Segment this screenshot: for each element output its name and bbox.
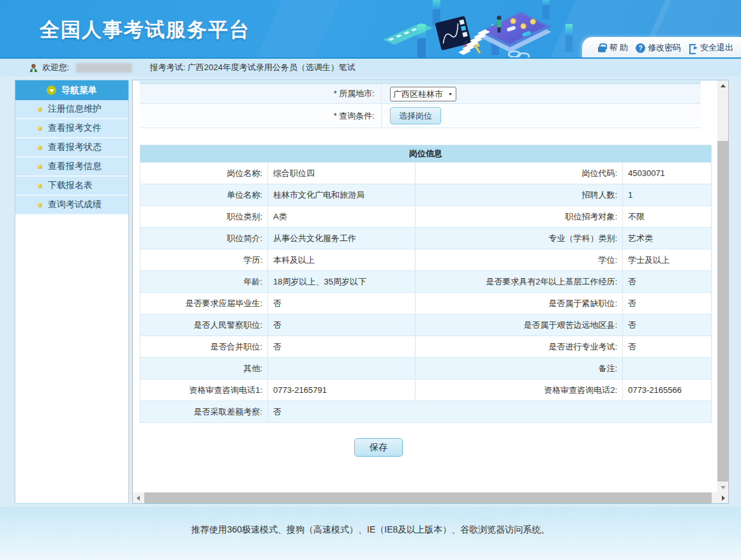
user-icon [29,63,38,73]
field-label: 学历: [140,249,268,271]
sidebar-item[interactable]: 注册信息维护 [15,100,128,119]
table-row: 单位名称:桂林市文化广电和旅游局招聘人数:1 [140,184,712,206]
field-value: 艺术类 [623,228,712,249]
redacted-username [76,63,132,73]
save-button[interactable]: 保存 [354,438,403,457]
chevron-down-circle-icon [47,85,56,95]
sidebar-item-label: 注册信息维护 [48,103,101,115]
main-content: * 所属地市: 广西区桂林市 * 查询条件: 选择岗位 [132,80,729,504]
welcome-greeting: 欢迎您: [42,62,70,73]
sidebar-title: 导航菜单 [61,85,97,96]
field-value: 否 [623,314,712,336]
logout-label: 安全退出 [700,42,733,54]
browser-recommendation-text: 推荐使用360极速模式、搜狗（高速模式）、IE（IE8及以上版本）、谷歌浏览器访… [0,507,741,536]
position-table-body: 岗位名称:综合职位四岗位代码:45030071单位名称:桂林市文化广电和旅游局招… [140,163,712,423]
vertical-scrollbar-thumb[interactable] [717,141,728,482]
table-row: 职位类别:A类职位招考对象:不限 [140,206,712,228]
dot-icon [38,203,42,207]
table-row: 岗位名称:综合职位四岗位代码:45030071 [140,163,712,184]
city-select-wrap: 广西区桂林市 [390,87,456,101]
field-value: 否 [623,336,712,358]
table-row: 学历:本科及以上学位:学士及以上 [140,249,712,271]
scroll-left-arrow-icon[interactable] [133,492,143,503]
header-illustration [382,0,592,59]
table-row: 是否采取差额考察:否 [140,401,712,423]
city-row: * 所属地市: 广西区桂林市 [140,84,701,104]
dot-icon [38,145,42,150]
exam-label: 报考考试: 广西2024年度考试录用公务员（选调生）笔试 [150,62,356,73]
table-row: 是否人民警察职位:否是否属于艰苦边远地区县:否 [140,314,712,336]
field-label: 招聘人数: [415,184,623,206]
sidebar-item[interactable]: 查看报考信息 [15,158,128,177]
field-value: 综合职位四 [268,163,415,184]
field-label: 年龄: [140,271,268,293]
field-label: 是否属于紧缺职位: [415,293,623,314]
field-label: 是否合并职位: [140,336,268,358]
sidebar-item-label: 查看报考文件 [48,122,101,134]
field-value [623,358,712,379]
exit-icon [689,43,698,52]
query-form: * 所属地市: 广西区桂林市 * 查询条件: 选择岗位 [140,84,701,128]
sidebar-item-label: 下载报名表 [48,180,93,191]
sidebar-item[interactable]: 下载报名表 [15,177,128,196]
field-label: 资格审查咨询电话2: [415,379,623,401]
field-label: 是否人民警察职位: [140,314,268,336]
dot-icon [38,126,42,131]
help-link[interactable]: 帮 助 [597,42,628,54]
field-value: 18周岁以上、35周岁以下 [268,271,415,293]
dot-icon [38,165,42,169]
sidebar-item[interactable]: 查看报考状态 [15,138,128,158]
field-label: 学位: [415,249,623,271]
field-label: 专业（学科）类别: [415,228,623,249]
scroll-right-arrow-icon[interactable] [718,492,728,503]
logout-link[interactable]: 安全退出 [689,42,733,54]
vertical-scrollbar[interactable] [717,80,728,492]
sidebar-item-label: 查询考试成绩 [48,199,101,210]
quicklinks-bar: 帮 助 ? 修改密码 安全退出 [582,37,741,59]
horizontal-scrollbar[interactable] [133,492,728,503]
field-value: 从事公共文化服务工作 [268,228,415,249]
field-label: 岗位代码: [415,163,623,184]
scroll-down-arrow-icon[interactable] [717,482,728,492]
horizontal-scrollbar-thumb[interactable] [144,492,712,503]
field-label: 职位类别: [140,206,268,228]
field-label: 单位名称: [140,184,268,206]
city-label: * 所属地市: [140,84,382,103]
choose-position-button[interactable]: 选择岗位 [390,107,441,124]
help-link-label: 帮 助 [609,42,628,54]
field-value: 1 [623,184,712,206]
field-value: 桂林市文化广电和旅游局 [268,184,415,206]
field-value: 本科及以上 [268,249,415,271]
field-value: 否 [268,293,415,314]
field-label: 岗位名称: [140,163,268,184]
save-button-row: 保存 [354,438,717,457]
field-label: 职位招考对象: [415,206,623,228]
query-condition-row: * 查询条件: 选择岗位 [140,104,701,128]
table-row: 其他:备注: [140,358,712,379]
field-value: 0773-2165791 [268,379,415,401]
sidebar-header: 导航菜单 [15,80,128,100]
lock-icon [597,43,606,52]
sidebar: 导航菜单 注册信息维护 查看报考文件 查看报考状态 查看报考信息 下载报名表 查… [15,80,129,504]
field-value: 否 [268,314,415,336]
content-scroll-area: * 所属地市: 广西区桂林市 * 查询条件: 选择岗位 [133,80,717,492]
field-value: 0773-2165566 [623,379,712,401]
sidebar-item[interactable]: 查询考试成绩 [15,196,128,215]
field-value: A类 [268,206,415,228]
field-label: 其他: [140,358,268,379]
field-label: 是否采取差额考察: [140,401,268,423]
query-condition-label: * 查询条件: [140,104,382,128]
field-value: 不限 [623,206,712,228]
field-label: 是否进行专业考试: [415,336,623,358]
field-value: 否 [623,293,712,314]
sidebar-item[interactable]: 查看报考文件 [15,119,128,138]
field-value [268,358,415,379]
scroll-up-arrow-icon[interactable] [717,80,728,91]
table-row: 资格审查咨询电话1:0773-2165791资格审查咨询电话2:0773-216… [140,379,712,401]
sidebar-item-label: 查看报考信息 [48,161,101,172]
field-value: 否 [268,401,712,423]
field-label: 职位简介: [140,228,268,249]
table-row: 是否要求应届毕业生:否是否属于紧缺职位:否 [140,293,712,314]
city-select[interactable]: 广西区桂林市 [390,87,456,101]
change-password-link[interactable]: ? 修改密码 [636,42,681,54]
